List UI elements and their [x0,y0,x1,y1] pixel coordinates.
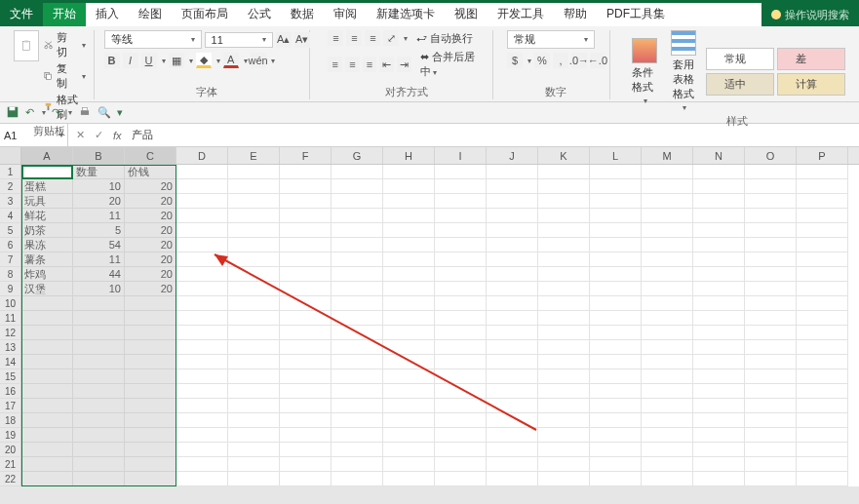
cell[interactable] [538,340,590,355]
tab-review[interactable]: 审阅 [324,3,367,26]
cell[interactable] [797,369,848,384]
cell[interactable] [538,413,590,428]
cell[interactable] [176,443,228,457]
cell[interactable] [176,179,228,194]
cell[interactable] [487,209,538,223]
cell[interactable] [797,413,848,428]
cell[interactable] [538,369,590,384]
cell[interactable] [797,165,848,179]
cell[interactable] [745,238,797,252]
cell[interactable] [280,428,332,443]
cell[interactable] [228,369,280,384]
cell[interactable] [280,238,332,252]
border-button[interactable]: ▦ [169,53,184,68]
wrap-text-button[interactable]: ⮐ 自动换行 [416,31,473,46]
cell[interactable] [745,340,797,355]
cell[interactable] [693,384,745,399]
cell[interactable] [383,472,435,486]
cell[interactable] [797,340,848,355]
cell[interactable] [383,194,435,209]
cell[interactable] [435,355,487,369]
cell[interactable] [125,296,176,311]
increase-font-button[interactable]: A▴ [276,32,292,48]
cell[interactable]: 奶茶 [21,223,73,238]
row-header[interactable]: 18 [0,413,21,428]
cell[interactable] [280,384,332,399]
cell[interactable] [590,384,642,399]
cell[interactable] [487,179,538,194]
cell[interactable] [745,384,797,399]
spreadsheet-grid[interactable]: ABCDEFGHIJKLMNOP 1产品数量价钱2蛋糕10203玩具20204鲜… [0,147,859,486]
cell[interactable] [538,252,590,267]
cell[interactable] [125,311,176,326]
cell[interactable] [176,209,228,223]
cell[interactable] [228,296,280,311]
cell[interactable]: 11 [73,209,125,223]
cell[interactable] [590,282,642,296]
cell[interactable] [642,296,693,311]
cell[interactable] [642,267,693,282]
cell[interactable] [228,165,280,179]
cell[interactable] [228,238,280,252]
cell[interactable] [280,165,332,179]
tab-view[interactable]: 视图 [445,3,488,26]
conditional-format-button[interactable]: 条件格式▾ [628,38,661,105]
cell[interactable] [797,311,848,326]
cell[interactable] [280,209,332,223]
cell[interactable]: 炸鸡 [21,267,73,282]
column-header-M[interactable]: M [642,147,693,164]
cell[interactable] [280,223,332,238]
cell[interactable] [590,399,642,413]
cell[interactable] [176,399,228,413]
cell[interactable] [176,194,228,209]
column-header-B[interactable]: B [73,147,125,164]
cell[interactable]: 果冻 [21,238,73,252]
align-top-button[interactable]: ≡ [328,30,343,46]
cell[interactable] [538,457,590,472]
row-header[interactable]: 16 [0,384,21,399]
comma-button[interactable]: , [553,53,568,68]
cell[interactable] [280,413,332,428]
cell[interactable] [487,457,538,472]
cell[interactable] [797,355,848,369]
cell[interactable] [797,443,848,457]
cell[interactable] [383,413,435,428]
cell[interactable] [228,428,280,443]
cell[interactable] [693,399,745,413]
cell[interactable] [642,472,693,486]
cell[interactable] [435,252,487,267]
cell[interactable]: 20 [125,209,176,223]
copy-button[interactable]: 复制▾ [43,61,86,91]
cell[interactable] [642,413,693,428]
cell[interactable] [435,223,487,238]
cell[interactable] [125,369,176,384]
formula-input[interactable]: 产品 [132,128,153,142]
cell[interactable] [487,252,538,267]
cell[interactable] [383,209,435,223]
cell[interactable] [176,457,228,472]
cell[interactable] [176,326,228,340]
cell[interactable] [797,209,848,223]
font-name-select[interactable]: 等线▾ [104,30,202,49]
cell[interactable] [590,428,642,443]
cell[interactable] [228,267,280,282]
cell[interactable] [693,355,745,369]
row-header[interactable]: 20 [0,443,21,457]
cell[interactable] [73,472,125,486]
row-header[interactable]: 1 [0,165,21,179]
cell[interactable]: 5 [73,223,125,238]
cell[interactable] [383,384,435,399]
cell[interactable] [332,413,383,428]
style-bad[interactable]: 差 [777,48,845,70]
cell[interactable] [21,413,73,428]
cell[interactable] [435,311,487,326]
cell[interactable] [642,384,693,399]
cell[interactable] [435,399,487,413]
orientation-button[interactable]: ⤢ [383,30,399,46]
tab-insert[interactable]: 插入 [86,3,129,26]
cell[interactable] [383,311,435,326]
row-header[interactable]: 7 [0,252,21,267]
cell[interactable] [590,194,642,209]
cell[interactable] [642,252,693,267]
cell[interactable] [693,179,745,194]
